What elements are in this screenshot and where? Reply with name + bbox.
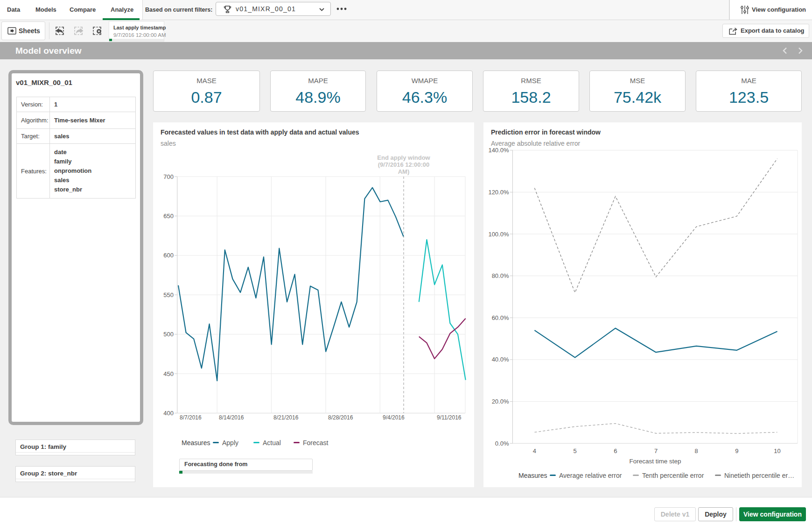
svg-text:700: 700: [163, 173, 174, 180]
svg-text:Measures: Measures: [182, 439, 210, 447]
svg-text:Tenth percentile error: Tenth percentile error: [642, 472, 704, 479]
svg-text:Actual: Actual: [263, 439, 281, 447]
svg-text:5: 5: [573, 447, 576, 454]
svg-text:500: 500: [163, 331, 174, 338]
svg-text:(9/7/2016 12:00:00: (9/7/2016 12:00:00: [378, 161, 430, 168]
svg-text:8/7/2016: 8/7/2016: [180, 414, 202, 421]
svg-text:0.0%: 0.0%: [495, 440, 509, 447]
svg-text:9/4/2016: 9/4/2016: [383, 414, 405, 421]
svg-text:60.0%: 60.0%: [492, 314, 509, 321]
svg-text:8/28/2016: 8/28/2016: [328, 414, 353, 421]
svg-text:400: 400: [163, 410, 174, 417]
svg-text:140.0%: 140.0%: [488, 147, 509, 154]
svg-text:Apply: Apply: [222, 439, 238, 447]
svg-text:9: 9: [735, 447, 738, 454]
svg-text:Measures: Measures: [518, 472, 547, 479]
svg-text:120.0%: 120.0%: [488, 189, 509, 196]
svg-text:AM): AM): [398, 168, 410, 175]
svg-text:Forecast: Forecast: [303, 439, 329, 447]
svg-text:10: 10: [774, 447, 780, 454]
svg-text:650: 650: [163, 213, 174, 220]
svg-text:600: 600: [163, 252, 174, 259]
svg-text:8: 8: [695, 447, 698, 454]
svg-text:550: 550: [163, 291, 174, 298]
svg-text:80.0%: 80.0%: [492, 272, 509, 279]
svg-text:20.0%: 20.0%: [492, 398, 509, 405]
svg-text:7: 7: [654, 447, 658, 454]
svg-text:100.0%: 100.0%: [488, 231, 509, 238]
svg-text:8/14/2016: 8/14/2016: [219, 414, 244, 421]
svg-text:6: 6: [614, 447, 617, 454]
svg-text:Average relative error: Average relative error: [559, 472, 622, 479]
svg-text:Ninetieth percentile er…: Ninetieth percentile er…: [724, 472, 794, 479]
svg-text:4: 4: [533, 447, 536, 454]
svg-text:8/21/2016: 8/21/2016: [273, 414, 299, 421]
svg-text:End apply window: End apply window: [377, 154, 430, 161]
svg-text:Forecast time step: Forecast time step: [629, 458, 681, 465]
svg-text:450: 450: [163, 370, 174, 377]
svg-text:9/11/2016: 9/11/2016: [437, 414, 462, 421]
svg-text:40.0%: 40.0%: [492, 356, 509, 363]
